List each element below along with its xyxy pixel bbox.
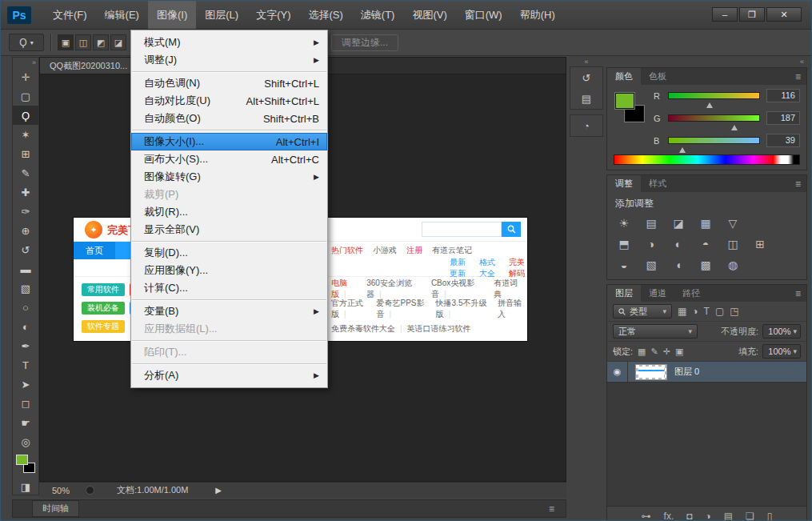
clone-stamp-tool[interactable]: ⊕ — [13, 221, 38, 240]
menu-file[interactable]: 文件(F) — [44, 1, 96, 29]
menu-item-calculations[interactable]: 计算(C)... — [131, 279, 327, 297]
brush-tool[interactable]: ✑ — [13, 202, 38, 221]
new-layer-icon[interactable]: ❏ — [746, 511, 754, 521]
color-balance-icon[interactable]: ◑ — [641, 236, 662, 252]
site-nav-home[interactable]: 首页 — [74, 242, 115, 259]
minimize-button[interactable]: – — [712, 7, 738, 22]
layer-name[interactable]: 图层 0 — [674, 366, 699, 378]
tab-swatches[interactable]: 色板 — [641, 68, 674, 85]
zoom-tool[interactable]: ◎ — [13, 432, 38, 451]
healing-brush-tool[interactable]: ✚ — [13, 182, 38, 202]
menu-item-apply-image[interactable]: 应用图像(Y)... — [131, 262, 327, 279]
site-link[interactable]: 有道词典 — [494, 278, 526, 300]
intersect-selection-icon[interactable]: ◪ — [110, 34, 126, 50]
site-tag-button[interactable]: 常用软件 — [82, 283, 125, 296]
menu-type[interactable]: 文字(Y) — [247, 1, 299, 29]
channel-g-slider[interactable] — [668, 114, 760, 122]
tab-adjustments[interactable]: 调整 — [607, 175, 641, 192]
panel-menu-icon[interactable]: ≡ — [790, 175, 806, 192]
link-layers-icon[interactable]: ⊶ — [642, 511, 651, 521]
magic-wand-tool[interactable]: ✶ — [13, 125, 38, 144]
menu-help[interactable]: 帮助(H) — [511, 1, 564, 29]
menu-item-image-size[interactable]: 图像大小(I)... Alt+Ctrl+I — [131, 133, 327, 150]
site-subnav-link[interactable]: 格式大全 — [479, 257, 498, 279]
gradient-map-icon[interactable]: ▩ — [695, 257, 716, 273]
site-nav-link[interactable]: 有道云笔记 — [432, 245, 472, 256]
lock-all-icon[interactable]: ▣ — [675, 347, 683, 357]
menu-item-duplicate[interactable]: 复制(D)... — [131, 244, 327, 262]
properties-panel-icon[interactable]: ▤ — [570, 88, 602, 109]
selective-color-icon[interactable]: ◍ — [722, 257, 743, 273]
eraser-tool[interactable]: ▬ — [13, 259, 38, 279]
add-selection-icon[interactable]: ◫ — [75, 34, 91, 50]
site-search-input[interactable] — [422, 222, 502, 237]
delete-layer-icon[interactable]: ▯ — [767, 511, 773, 521]
site-tag-button[interactable]: 装机必备 — [82, 302, 125, 315]
site-nav-link[interactable]: 注册 — [406, 245, 422, 256]
pen-tool[interactable]: ✒ — [13, 336, 38, 355]
vibrance-icon[interactable]: ▽ — [722, 215, 743, 231]
menu-item-analysis[interactable]: 分析(A) ▶ — [131, 367, 327, 384]
slider-thumb[interactable] — [679, 144, 686, 153]
restore-button[interactable]: ❐ — [739, 7, 765, 22]
site-link[interactable]: 360安全浏览器 — [366, 278, 431, 300]
site-link[interactable]: 免费杀毒软件大全 — [331, 323, 407, 335]
menu-item-canvas-size[interactable]: 画布大小(S)... Alt+Ctrl+C — [131, 150, 327, 168]
site-subnav-link[interactable]: 最新更新 — [450, 257, 468, 279]
lock-pixels-icon[interactable]: ✎ — [650, 347, 658, 357]
channel-g-value[interactable]: 187 — [766, 111, 800, 125]
menu-filter[interactable]: 滤镜(T) — [352, 1, 404, 29]
layer-filter-type-select[interactable]: 类型 ▾ — [613, 304, 672, 319]
menu-image[interactable]: 图像(I) — [148, 1, 196, 29]
foreground-color-swatch[interactable] — [615, 93, 634, 109]
site-link[interactable]: CBox央视影音 — [431, 278, 494, 300]
site-link[interactable]: 快播3.5不升级版 — [436, 298, 498, 320]
eyedropper-tool[interactable]: ✎ — [13, 163, 38, 182]
new-group-icon[interactable]: ▤ — [724, 511, 733, 521]
tab-layers[interactable]: 图层 — [607, 285, 641, 302]
brightness-contrast-icon[interactable]: ☀ — [614, 215, 634, 231]
panel-menu-icon[interactable]: ≡ — [790, 285, 806, 302]
panel-menu-icon[interactable]: ≡ — [790, 68, 806, 85]
adjustment-layer-icon[interactable]: ◑ — [705, 511, 710, 521]
site-subnav-link[interactable]: 完美解码 — [509, 257, 527, 279]
blur-tool[interactable]: ○ — [13, 298, 38, 317]
history-brush-tool[interactable]: ↺ — [13, 240, 38, 259]
filter-adjustment-layers-icon[interactable]: ◑ — [692, 306, 698, 317]
layer-thumbnail[interactable] — [635, 364, 667, 380]
levels-icon[interactable]: ▤ — [641, 215, 662, 231]
status-flyout-icon[interactable]: ▶ — [215, 486, 222, 495]
menu-layer[interactable]: 图层(L) — [196, 1, 247, 29]
tab-channels[interactable]: 通道 — [641, 285, 674, 302]
rectangular-marquee-tool[interactable]: ▢ — [13, 86, 38, 106]
curves-icon[interactable]: ◪ — [668, 215, 689, 231]
channel-r-slider[interactable] — [668, 92, 760, 99]
channel-mixer-icon[interactable]: ◫ — [722, 236, 743, 252]
menu-view[interactable]: 视图(V) — [403, 1, 455, 29]
filter-shape-layers-icon[interactable]: ▢ — [715, 306, 724, 317]
menu-item-mode[interactable]: 模式(M) ▶ — [131, 34, 327, 51]
type-tool[interactable]: T — [13, 355, 38, 375]
layer-visibility-eye-icon[interactable]: ◉ — [607, 362, 628, 382]
channel-r-value[interactable]: 116 — [766, 89, 800, 102]
move-tool[interactable]: ✛ — [13, 67, 38, 86]
layer-row-selected[interactable]: ◉ 图层 0 — [607, 362, 806, 383]
zoom-level-field[interactable]: 50% — [52, 486, 70, 495]
menu-select[interactable]: 选择(S) — [299, 1, 351, 29]
fill-field[interactable]: 100% ▾ — [762, 344, 801, 359]
gradient-tool[interactable]: ▧ — [13, 279, 38, 298]
dodge-tool[interactable]: ◐ — [13, 317, 38, 336]
black-white-icon[interactable]: ◐ — [668, 236, 689, 252]
document-tab[interactable]: QQ截图20200310... — [40, 58, 138, 74]
filter-smart-objects-icon[interactable]: ◳ — [730, 306, 738, 317]
shape-tool[interactable]: ◻ — [13, 394, 38, 413]
lasso-tool[interactable]: Ϙ — [13, 106, 38, 125]
site-nav-link[interactable]: 小游戏 — [373, 245, 397, 256]
site-link[interactable]: 电脑版 — [331, 278, 366, 300]
add-mask-icon[interactable]: ◘ — [686, 511, 692, 521]
toolbar-expand-icon[interactable]: » — [13, 58, 38, 67]
hand-tool[interactable]: ☛ — [13, 413, 38, 432]
tab-color[interactable]: 颜色 — [607, 68, 641, 85]
site-link[interactable]: 拼音输入 — [498, 298, 526, 320]
tool-preset-picker[interactable]: Ϙ ▾ — [9, 34, 44, 51]
